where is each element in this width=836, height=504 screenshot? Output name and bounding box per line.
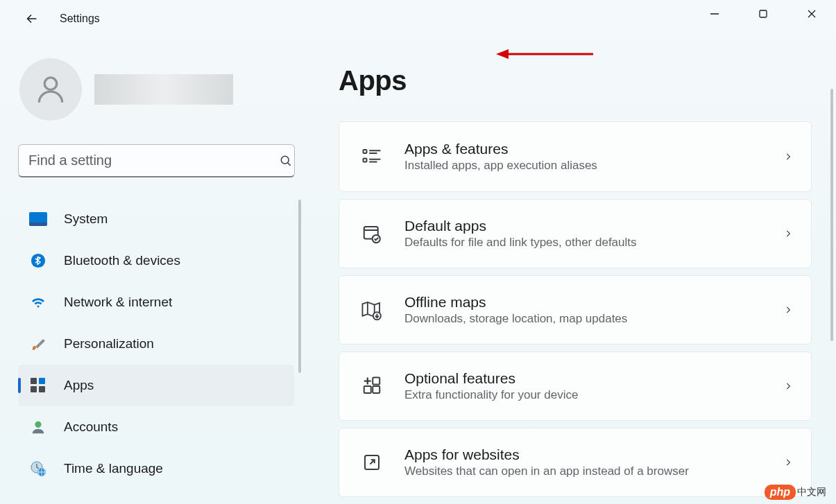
card-default-apps[interactable]: Default apps Defaults for file and link … — [339, 199, 812, 268]
apps-grid-icon — [29, 376, 47, 394]
svg-rect-18 — [364, 159, 367, 162]
search-icon — [279, 154, 293, 168]
titlebar: Settings — [0, 0, 836, 37]
default-apps-icon — [360, 222, 384, 245]
watermark-logo: php — [765, 485, 796, 500]
app-title: Settings — [60, 12, 100, 25]
svg-rect-8 — [29, 223, 47, 226]
sidebar-item-label: Apps — [64, 378, 94, 393]
minimize-button[interactable] — [690, 0, 739, 28]
back-button[interactable] — [18, 5, 46, 33]
account-icon — [29, 418, 47, 436]
svg-point-5 — [281, 156, 289, 164]
sidebar-item-bluetooth[interactable]: Bluetooth & devices — [18, 240, 294, 281]
sidebar-item-personalization[interactable]: Personalization — [18, 323, 294, 365]
svg-point-4 — [44, 78, 57, 90]
display-icon — [29, 210, 47, 228]
watermark: php 中文网 — [765, 485, 826, 500]
card-title: Offline maps — [404, 294, 761, 311]
nav-scrollbar[interactable] — [298, 200, 301, 373]
sidebar-item-system[interactable]: System — [18, 198, 294, 240]
card-apps-for-websites[interactable]: Apps for websites Websites that can open… — [339, 428, 812, 497]
sidebar-item-label: Bluetooth & devices — [64, 253, 180, 268]
chevron-right-icon — [782, 227, 794, 240]
svg-rect-30 — [373, 386, 379, 393]
svg-rect-11 — [39, 378, 45, 384]
list-icon — [360, 145, 384, 168]
bluetooth-icon — [29, 252, 47, 270]
nav-list: System Bluetooth & devices Network & int… — [18, 198, 305, 489]
sidebar-item-label: Network & internet — [64, 295, 172, 310]
wifi-icon — [29, 293, 47, 311]
arrow-left-icon — [24, 11, 40, 26]
svg-rect-13 — [39, 386, 45, 392]
card-optional-features[interactable]: Optional features Extra functionality fo… — [339, 351, 812, 421]
sidebar-item-network[interactable]: Network & internet — [18, 281, 294, 323]
watermark-text: 中文网 — [797, 486, 826, 498]
sidebar-item-label: System — [64, 211, 108, 227]
person-icon — [33, 72, 68, 107]
svg-rect-12 — [31, 386, 37, 392]
svg-rect-1 — [760, 10, 767, 17]
sidebar-item-time[interactable]: Time & language — [18, 448, 294, 489]
card-title: Default apps — [404, 218, 761, 234]
sidebar-item-accounts[interactable]: Accounts — [18, 406, 294, 448]
user-name-redacted — [94, 74, 233, 105]
sidebar-item-label: Time & language — [64, 461, 163, 476]
user-info[interactable] — [18, 58, 305, 121]
card-title: Optional features — [404, 370, 761, 387]
search-input[interactable] — [18, 144, 295, 177]
paintbrush-icon — [29, 335, 47, 353]
settings-cards: Apps & features Installed apps, app exec… — [339, 121, 812, 497]
avatar — [19, 58, 82, 121]
card-apps-and-features[interactable]: Apps & features Installed apps, app exec… — [339, 121, 812, 192]
callout-arrow-icon — [496, 47, 593, 61]
main-scrollbar[interactable] — [830, 89, 833, 341]
card-offline-maps[interactable]: Offline maps Downloads, storage location… — [339, 275, 812, 345]
chevron-right-icon — [782, 380, 794, 392]
card-subtitle: Websites that can open in an app instead… — [404, 464, 761, 478]
add-feature-icon — [360, 374, 384, 398]
card-subtitle: Downloads, storage location, map updates — [404, 312, 761, 326]
map-download-icon — [360, 298, 384, 322]
page-title: Apps — [339, 65, 836, 96]
svg-marker-24 — [496, 49, 509, 59]
main-content: Apps Apps & features Installed apps, app… — [319, 37, 836, 504]
sidebar-item-apps[interactable]: Apps — [18, 365, 294, 406]
svg-rect-17 — [364, 150, 367, 153]
close-icon — [807, 9, 817, 19]
maximize-icon — [758, 9, 768, 19]
clock-globe-icon — [29, 460, 47, 478]
svg-rect-10 — [31, 378, 37, 384]
search-container — [18, 144, 305, 177]
close-button[interactable] — [787, 0, 836, 28]
card-subtitle: Extra functionality for your device — [404, 388, 761, 402]
svg-rect-31 — [373, 378, 379, 385]
open-external-icon — [360, 451, 384, 474]
card-title: Apps & features — [404, 141, 761, 157]
card-title: Apps for websites — [404, 446, 761, 463]
minimize-icon — [710, 9, 719, 19]
svg-point-14 — [35, 422, 41, 428]
chevron-right-icon — [782, 456, 794, 469]
sidebar-item-label: Accounts — [64, 419, 118, 435]
sidebar-item-label: Personalization — [64, 336, 154, 351]
sidebar: System Bluetooth & devices Network & int… — [0, 37, 319, 504]
maximize-button[interactable] — [739, 0, 787, 28]
chevron-right-icon — [782, 304, 794, 316]
svg-rect-29 — [364, 386, 371, 393]
card-subtitle: Installed apps, app execution aliases — [404, 159, 761, 173]
card-subtitle: Defaults for file and link types, other … — [404, 236, 761, 250]
chevron-right-icon — [782, 150, 794, 163]
svg-line-6 — [288, 163, 291, 166]
